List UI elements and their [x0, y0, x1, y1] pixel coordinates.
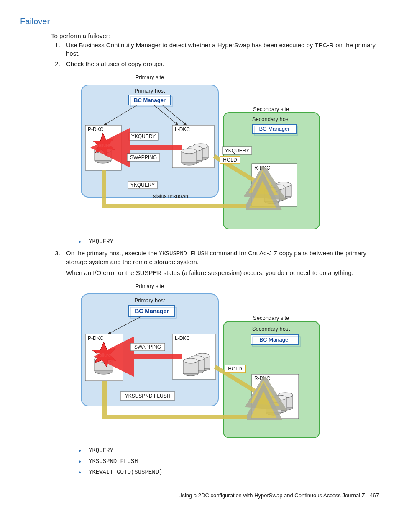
d2-primary-host: Primary host	[135, 297, 165, 303]
d2-primary-site: Primary site	[136, 283, 164, 289]
step-3: On the primary host, execute the YKSUSPN…	[62, 249, 379, 277]
d2-ldkc: L-DKC	[175, 335, 190, 341]
d2-rdkc: R-DKC	[254, 375, 270, 381]
d1-bc-primary: BC Manager	[134, 97, 166, 103]
section-heading: Failover	[20, 17, 379, 26]
svg-point-20	[182, 149, 197, 154]
steps-list-cont: On the primary host, execute the YKSUSPN…	[51, 249, 379, 277]
d1-swapping: SWAPPING	[130, 154, 157, 160]
bullet2-1: YKSUSPND FLUSH	[79, 458, 379, 465]
d2-secondary-host: Secondary host	[252, 326, 290, 332]
d1-ykquery-2: YKQUERY	[225, 148, 249, 154]
step-1: Use Business Continuity Manager to detec…	[62, 41, 379, 58]
d2-bc-primary: BC Manager	[135, 308, 169, 314]
svg-point-30	[264, 187, 279, 192]
d1-ykquery-3: YKQUERY	[130, 182, 155, 188]
d1-ykquery-1: YKQUERY	[131, 134, 156, 139]
d2-secondary-site: Secondary site	[253, 315, 289, 321]
step-3-note: When an I/O error or the SUSPER status (…	[66, 269, 379, 277]
d1-pdkc: P-DKC	[88, 126, 104, 132]
bullet-ykquery: YKQUERY	[79, 238, 379, 245]
bullet2-0: YKQUERY	[79, 447, 379, 454]
steps-list: Use Business Continuity Manager to detec…	[51, 41, 379, 68]
bullet2-2: YKEWAIT GOTO(SUSPEND)	[79, 469, 379, 475]
intro-text: To perform a failover:	[51, 32, 379, 39]
d1-bc-secondary: BC Manager	[259, 126, 290, 132]
diagram-2: Primary site Primary host Secondary site…	[79, 281, 379, 439]
page-footer: Using a 2DC configuration with HyperSwap…	[20, 492, 379, 499]
d1-status-unknown: status unknown	[153, 193, 188, 199]
d1-primary-host: Primary host	[135, 87, 165, 94]
d1-rdkc: R-DKC	[254, 165, 270, 171]
d1-ldkc: L-DKC	[175, 126, 190, 132]
d2-bc-secondary: BC Manager	[260, 337, 291, 343]
diagram-1: Primary site Primary host Secondary site…	[79, 72, 379, 231]
svg-point-71	[266, 398, 281, 403]
d2-hold: HOLD	[228, 366, 242, 372]
d1-secondary-site: Secondary site	[253, 106, 289, 112]
bullets-after-d1: YKQUERY	[79, 238, 379, 245]
d1-hold: HOLD	[223, 157, 237, 163]
d2-pdkc: P-DKC	[88, 335, 104, 341]
page-number: 467	[370, 492, 379, 499]
d2-swapping: SWAPPING	[134, 344, 161, 350]
d1-failure: Failure	[96, 143, 110, 148]
svg-point-61	[183, 358, 198, 363]
d2-failure: Failure	[97, 352, 111, 357]
bullets-after-d2: YKQUERY YKSUSPND FLUSH YKEWAIT GOTO(SUSP…	[79, 447, 379, 475]
footer-text: Using a 2DC configuration with HyperSwap…	[178, 492, 365, 499]
d2-yksuspnd-flush: YKSUSPND FLUSH	[125, 393, 171, 399]
d1-secondary-host: Secondary host	[252, 116, 290, 122]
d1-primary-site: Primary site	[136, 74, 164, 80]
step-2: Check the statuses of copy groups.	[62, 60, 379, 68]
code-yksuspnd-flush: YKSUSPND FLUSH	[159, 250, 208, 257]
